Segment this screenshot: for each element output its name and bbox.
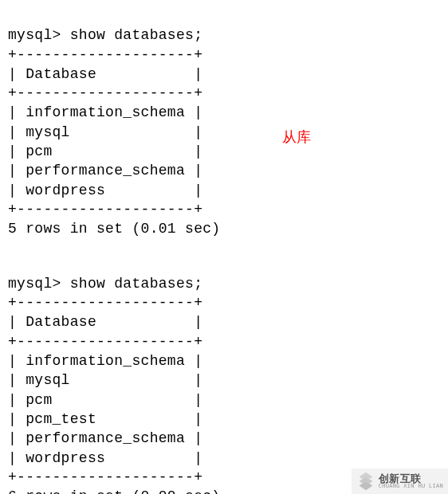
mysql-prompt-line: mysql> show databases; (8, 276, 202, 292)
annotation-label: 从库 (282, 127, 311, 147)
watermark-en: CHUANG XIN HU LIAN (379, 484, 443, 489)
table-row: | information_schema | (8, 104, 202, 120)
watermark-logo-icon (355, 470, 377, 492)
watermark: 创新互联 CHUANG XIN HU LIAN (352, 469, 448, 494)
table-border-top: +--------------------+ (8, 295, 202, 311)
mysql-output-block-1: mysql> show databases; +----------------… (8, 6, 440, 239)
table-border-bottom: +--------------------+ (8, 202, 202, 218)
table-row: | wordpress | (8, 182, 202, 198)
table-row: | performance_schema | (8, 163, 202, 178)
table-row: | performance_schema | (8, 430, 202, 446)
result-summary: 5 rows in set (0.01 sec) (8, 221, 220, 237)
table-row: | pcm | (8, 392, 202, 408)
table-header: | Database | (8, 66, 202, 82)
table-border-bottom: +--------------------+ (8, 469, 202, 485)
table-row: | mysql | (8, 372, 202, 388)
table-row: | pcm_test | (8, 411, 202, 427)
mysql-prompt-line: mysql> show databases; (8, 27, 202, 43)
table-row: | mysql | (8, 124, 202, 140)
table-row: | information_schema | (8, 353, 202, 369)
table-border-top: +--------------------+ (8, 47, 202, 63)
table-header: | Database | (8, 314, 202, 330)
watermark-text: 创新互联 CHUANG XIN HU LIAN (379, 473, 443, 489)
table-border-mid: +--------------------+ (8, 85, 202, 101)
table-row: | pcm | (8, 143, 202, 159)
mysql-output-block-2: mysql> show databases; +----------------… (8, 255, 440, 494)
result-summary: 6 rows in set (0.00 sec) (8, 488, 220, 494)
table-border-mid: +--------------------+ (8, 334, 202, 350)
table-row: | wordpress | (8, 450, 202, 466)
